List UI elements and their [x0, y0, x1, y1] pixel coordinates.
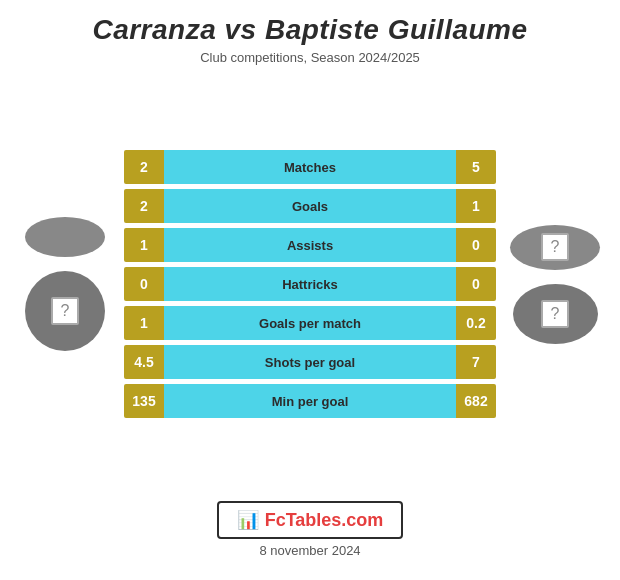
stat-bar: Assists	[164, 228, 456, 262]
stat-label: Goals per match	[259, 316, 361, 331]
stat-row: 135Min per goal682	[124, 384, 496, 418]
avatar-right-ellipse: ?	[510, 225, 600, 270]
stat-left-value: 0	[124, 267, 164, 301]
stat-bar: Min per goal	[164, 384, 456, 418]
stat-right-value: 7	[456, 345, 496, 379]
stat-left-value: 4.5	[124, 345, 164, 379]
stat-bar: Matches	[164, 150, 456, 184]
avatar-left: ?	[10, 217, 120, 351]
stats-area: 2Matches52Goals11Assists00Hattricks01Goa…	[120, 150, 500, 418]
stat-label: Shots per goal	[265, 355, 355, 370]
stat-right-value: 5	[456, 150, 496, 184]
stat-bar: Goals per match	[164, 306, 456, 340]
avatar-right-circle: ?	[513, 284, 598, 344]
stat-bar: Hattricks	[164, 267, 456, 301]
stat-bar: Shots per goal	[164, 345, 456, 379]
stat-left-value: 2	[124, 150, 164, 184]
avatar-right: ? ?	[500, 225, 610, 344]
branding-fc: Fc	[265, 510, 286, 530]
avatar-left-circle: ?	[25, 271, 105, 351]
page-subtitle: Club competitions, Season 2024/2025	[200, 50, 420, 65]
stat-left-value: 135	[124, 384, 164, 418]
stat-label: Assists	[287, 238, 333, 253]
bottom-area: 📊 FcTables.com 8 november 2024	[217, 493, 404, 580]
branding-text: FcTables.com	[265, 510, 384, 531]
stat-right-value: 1	[456, 189, 496, 223]
avatar-right-question-top: ?	[541, 233, 569, 261]
stat-right-value: 0	[456, 228, 496, 262]
stat-label: Hattricks	[282, 277, 338, 292]
avatar-left-question: ?	[51, 297, 79, 325]
stat-left-value: 2	[124, 189, 164, 223]
stat-row: 0Hattricks0	[124, 267, 496, 301]
stat-right-value: 0.2	[456, 306, 496, 340]
branding-box: 📊 FcTables.com	[217, 501, 404, 539]
avatar-right-question-bottom: ?	[541, 300, 569, 328]
date-text: 8 november 2024	[259, 543, 360, 558]
stat-row: 1Goals per match0.2	[124, 306, 496, 340]
stat-row: 1Assists0	[124, 228, 496, 262]
stat-label: Matches	[284, 160, 336, 175]
stat-left-value: 1	[124, 306, 164, 340]
stat-bar: Goals	[164, 189, 456, 223]
branding-icon: 📊	[237, 509, 259, 531]
page-wrapper: Carranza vs Baptiste Guillaume Club comp…	[0, 0, 620, 580]
stat-row: 2Matches5	[124, 150, 496, 184]
stat-row: 2Goals1	[124, 189, 496, 223]
stat-right-value: 0	[456, 267, 496, 301]
avatar-left-top	[25, 217, 105, 257]
stat-row: 4.5Shots per goal7	[124, 345, 496, 379]
stat-label: Goals	[292, 199, 328, 214]
stat-right-value: 682	[456, 384, 496, 418]
page-title: Carranza vs Baptiste Guillaume	[92, 14, 527, 46]
stat-left-value: 1	[124, 228, 164, 262]
stat-label: Min per goal	[272, 394, 349, 409]
branding-tables: Tables.com	[286, 510, 384, 530]
main-content: ? 2Matches52Goals11Assists00Hattricks01G…	[0, 75, 620, 493]
